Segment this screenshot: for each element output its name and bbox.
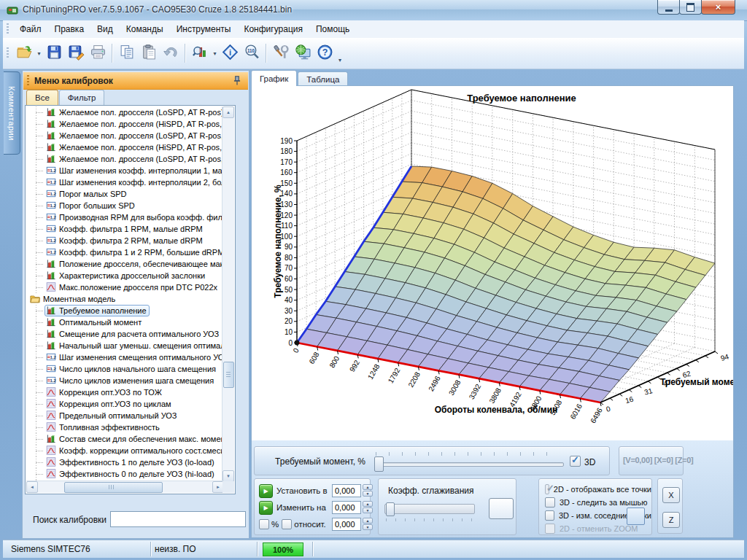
toolbar-save-button[interactable]: [43, 42, 65, 64]
toolbar-grip[interactable]: [7, 47, 9, 59]
tree-item[interactable]: Топливная эффективность: [26, 421, 223, 433]
spin-up-icon[interactable]: ▲: [363, 501, 373, 507]
tree-item[interactable]: Эффективность 0 по дельте УОЗ (hi-load): [26, 468, 223, 480]
spin-up-icon[interactable]: ▲: [363, 484, 373, 490]
menu-grip[interactable]: [7, 23, 9, 35]
toolbar-chartview-button[interactable]: [189, 42, 211, 64]
spin-down-icon[interactable]: ▼: [363, 508, 373, 513]
title-bar[interactable]: ChipTuningPRO ver.7.5.9.1067 - CAO95E30 …: [0, 0, 747, 21]
percent-checkbox[interactable]: [259, 519, 269, 529]
tree-item[interactable]: =1.2Порог больших SPD: [26, 200, 223, 211]
view-option-checkbox-1[interactable]: [545, 497, 555, 508]
tree-item[interactable]: Желаемое пол. дросселя (LoSPD, AT R-pos,…: [26, 130, 223, 141]
pin-icon[interactable]: [232, 75, 242, 85]
tree-item[interactable]: Начальный шаг уменьш. смещения оптимальн: [26, 340, 223, 351]
torque-slider-thumb[interactable]: [374, 456, 384, 472]
spin-down-icon[interactable]: ▼: [363, 524, 373, 530]
sidebar-tab-all[interactable]: Все: [26, 90, 58, 105]
main-tab-table[interactable]: Таблица: [298, 71, 348, 86]
view-option-checkbox-2[interactable]: [545, 510, 554, 521]
tree-item[interactable]: =1.2Число циклов начального шага смещени…: [26, 363, 223, 375]
smoothing-track[interactable]: [384, 504, 475, 514]
tree-item[interactable]: Коэфф. коррекции оптимального сост.смеси…: [26, 445, 223, 456]
relative-field[interactable]: 0,000: [332, 518, 361, 531]
tree-item[interactable]: Требуемое наполнение: [26, 305, 223, 316]
tree-item[interactable]: Смещение для расчета оптимального УОЗ: [26, 328, 223, 340]
tree-item[interactable]: Состав смеси для обеспечения макс. момен…: [26, 433, 223, 445]
toolbar-saveas-button[interactable]: [65, 42, 87, 64]
change-value-spinner[interactable]: 0,000 ▲▼: [332, 501, 373, 516]
comments-vertical-tab[interactable]: Комментарии: [4, 71, 20, 155]
change-value-button[interactable]: ▶: [259, 501, 273, 515]
tree-item[interactable]: Предельный оптимальный УОЗ: [26, 410, 223, 421]
menu-tools[interactable]: Инструменты: [170, 21, 238, 37]
maximize-button[interactable]: [679, 0, 702, 15]
main-tab-graph[interactable]: График: [251, 70, 297, 86]
relative-checkbox[interactable]: [282, 519, 292, 529]
smoothing-thumb[interactable]: [386, 502, 395, 516]
tree-item[interactable]: =1.2Шаг изменения смещения оптимального …: [26, 351, 223, 363]
toolbar-help-button[interactable]: ?: [314, 42, 336, 64]
tree-item[interactable]: Положение дросселя, обеспечивающее макс.…: [26, 258, 223, 270]
smoothing-slider[interactable]: [384, 502, 475, 527]
sidebar-tab-filter[interactable]: Фильтр: [59, 90, 105, 105]
spin-up-icon[interactable]: ▲: [363, 518, 373, 524]
menu-file[interactable]: Файл: [13, 21, 48, 37]
tree-item[interactable]: Коррекция опт.УОЗ по ТОЖ: [26, 386, 223, 398]
toolbar-info-button[interactable]: i: [219, 42, 241, 64]
tree-item[interactable]: Эффективность 1 по дельте УОЗ (lo-load): [26, 456, 223, 468]
menu-help[interactable]: Помощь: [309, 21, 356, 37]
tree-vertical-scrollbar[interactable]: ▲ ▼: [222, 106, 234, 482]
tree-item[interactable]: Коррекция опт.УОЗ по циклам: [26, 398, 223, 410]
set-value-field[interactable]: 0,000: [332, 484, 361, 497]
tree-item[interactable]: Желаемое пол. дросселя (LoSPD, AT R-pos): [26, 106, 223, 118]
scroll-left-button[interactable]: ◄: [26, 481, 38, 493]
close-button[interactable]: ×: [701, 0, 735, 15]
sidebar-header[interactable]: Меню калибровок: [23, 72, 248, 90]
smoothing-apply-button[interactable]: [489, 498, 514, 519]
tree-item[interactable]: Макс.положение дросселя при DTC P022x: [26, 281, 223, 293]
3d-checkbox[interactable]: [570, 456, 581, 467]
menu-edit[interactable]: Правка: [48, 21, 91, 37]
tree-item[interactable]: Желаемое пол. дросселя (HiSPD, AT R-pos,…: [26, 141, 223, 153]
menu-view[interactable]: Вид: [90, 21, 120, 37]
spin-down-icon[interactable]: ▼: [363, 491, 373, 497]
horizontal-scrollbar-thumb[interactable]: [64, 482, 163, 493]
tree-item[interactable]: Желаемое пол. дросселя (HiSPD, AT R-pos,…: [26, 118, 223, 130]
origin-point[interactable]: [295, 341, 300, 346]
tree-horizontal-scrollbar[interactable]: ◄ ►: [26, 481, 224, 493]
scroll-down-button[interactable]: ▼: [222, 470, 234, 482]
toolbar-overflow-icon[interactable]: ▾: [336, 42, 344, 66]
tree-item[interactable]: Моментная модель: [26, 293, 223, 305]
tree-item[interactable]: =1.2Число циклов изменения шага смещения: [26, 375, 223, 386]
toolbar-open-button[interactable]: [13, 42, 35, 64]
toolbar-undo-button[interactable]: [160, 42, 182, 64]
toolbar-web-button[interactable]: [292, 42, 314, 64]
tree-item[interactable]: =1.2Порог малых SPD: [26, 188, 223, 200]
tree-item[interactable]: =1.2Коэфф. фильтра 1 RPM, малые dRPM: [26, 223, 223, 235]
axis-x-button[interactable]: X: [662, 487, 680, 503]
tree-item[interactable]: Оптимальный момент: [26, 316, 223, 328]
toolbar-paste-button[interactable]: [138, 42, 160, 64]
surface-mesh[interactable]: [297, 166, 715, 402]
tree-item[interactable]: =1.2Коэфф. фильтра 2 RPM, малые dRPM: [26, 235, 223, 246]
set-value-button[interactable]: ▶: [259, 484, 273, 498]
search-input[interactable]: [110, 511, 246, 527]
toolbar-zoom110-button[interactable]: 110: [241, 42, 263, 64]
tree-item[interactable]: =1.2Шаг изменения коэфф. интерполяции 1,…: [26, 165, 223, 176]
chart-area[interactable]: 0102030405060708090100110120130140150160…: [252, 87, 733, 440]
3d-surface-plot[interactable]: 0102030405060708090100110120130140150160…: [252, 87, 733, 440]
slider-groove[interactable]: [374, 462, 564, 467]
scroll-up-button[interactable]: ▲: [222, 106, 234, 118]
toolbar-open-dropdown-icon[interactable]: ▾: [35, 50, 43, 57]
axis-z-button[interactable]: Z: [662, 512, 680, 528]
toolbar-chartview-dropdown-icon[interactable]: ▾: [211, 50, 219, 57]
menu-configuration[interactable]: Конфигурация: [237, 21, 309, 37]
vertical-scrollbar-thumb[interactable]: [223, 362, 234, 388]
toolbar-tools-button[interactable]: [270, 42, 292, 64]
tree-item[interactable]: =1.2Коэфф. фильтра 1 и 2 RPM, большие dR…: [26, 246, 223, 258]
tree-item[interactable]: Характеристика дроссельной заслонки: [26, 270, 223, 281]
menu-commands[interactable]: Команды: [120, 21, 170, 37]
toolbar-copy-button[interactable]: [116, 42, 138, 64]
set-value-spinner[interactable]: 0,000 ▲▼: [332, 484, 373, 499]
